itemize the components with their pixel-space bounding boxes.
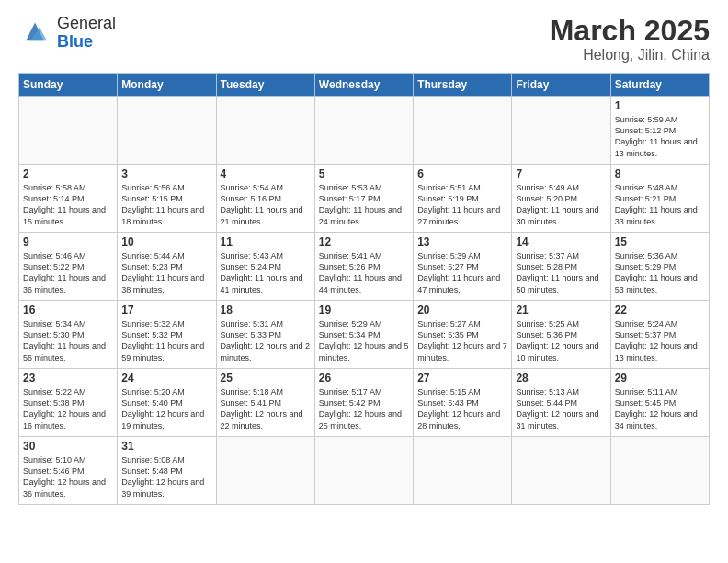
day-info: Sunrise: 5:51 AMSunset: 5:19 PMDaylight:… xyxy=(417,182,507,227)
table-row: 21Sunrise: 5:25 AMSunset: 5:36 PMDayligh… xyxy=(512,301,610,369)
table-row xyxy=(216,437,314,505)
day-info: Sunrise: 5:08 AMSunset: 5:48 PMDaylight:… xyxy=(121,454,211,500)
table-row xyxy=(610,437,709,505)
table-row: 9Sunrise: 5:46 AMSunset: 5:22 PMDaylight… xyxy=(19,233,118,301)
logo-blue: Blue xyxy=(57,32,93,51)
day-number: 12 xyxy=(319,236,409,248)
day-info: Sunrise: 5:17 AMSunset: 5:42 PMDaylight:… xyxy=(319,386,409,431)
calendar-table: Sunday Monday Tuesday Wednesday Thursday… xyxy=(18,73,710,505)
day-number: 11 xyxy=(221,236,311,248)
day-number: 5 xyxy=(319,167,409,180)
table-row: 18Sunrise: 5:31 AMSunset: 5:33 PMDayligh… xyxy=(216,301,314,369)
day-info: Sunrise: 5:34 AMSunset: 5:30 PMDaylight:… xyxy=(23,318,113,363)
day-number: 29 xyxy=(615,372,705,385)
day-number: 6 xyxy=(417,167,507,180)
calendar-header-row: Sunday Monday Tuesday Wednesday Thursday… xyxy=(19,74,710,97)
day-number: 25 xyxy=(221,372,311,385)
table-row: 25Sunrise: 5:18 AMSunset: 5:41 PMDayligh… xyxy=(216,369,314,437)
day-info: Sunrise: 5:37 AMSunset: 5:28 PMDaylight:… xyxy=(516,250,606,295)
header: General Blue March 2025 Helong, Jilin, C… xyxy=(18,15,710,63)
logo-general: General xyxy=(57,14,116,32)
generalblue-logo-icon xyxy=(18,17,51,50)
table-row xyxy=(314,97,413,165)
title-block: March 2025 Helong, Jilin, China xyxy=(550,15,710,63)
day-number: 27 xyxy=(417,372,507,385)
day-info: Sunrise: 5:29 AMSunset: 5:34 PMDaylight:… xyxy=(319,318,409,363)
day-info: Sunrise: 5:58 AMSunset: 5:14 PMDaylight:… xyxy=(23,182,113,227)
day-number: 1 xyxy=(615,99,705,112)
table-row: 16Sunrise: 5:34 AMSunset: 5:30 PMDayligh… xyxy=(19,301,118,369)
day-info: Sunrise: 5:25 AMSunset: 5:36 PMDaylight:… xyxy=(516,318,606,363)
calendar-title: March 2025 xyxy=(550,15,710,47)
table-row: 20Sunrise: 5:27 AMSunset: 5:35 PMDayligh… xyxy=(414,301,512,369)
day-info: Sunrise: 5:31 AMSunset: 5:33 PMDaylight:… xyxy=(221,318,311,363)
table-row: 26Sunrise: 5:17 AMSunset: 5:42 PMDayligh… xyxy=(314,369,413,437)
day-info: Sunrise: 5:10 AMSunset: 5:46 PMDaylight:… xyxy=(23,454,113,500)
table-row xyxy=(512,97,610,165)
logo: General Blue xyxy=(18,15,116,52)
table-row: 12Sunrise: 5:41 AMSunset: 5:26 PMDayligh… xyxy=(314,233,413,301)
table-row: 23Sunrise: 5:22 AMSunset: 5:38 PMDayligh… xyxy=(19,369,118,437)
table-row: 5Sunrise: 5:53 AMSunset: 5:17 PMDaylight… xyxy=(314,165,413,233)
day-number: 31 xyxy=(121,440,211,453)
table-row xyxy=(19,97,118,165)
day-info: Sunrise: 5:22 AMSunset: 5:38 PMDaylight:… xyxy=(23,386,113,431)
table-row: 7Sunrise: 5:49 AMSunset: 5:20 PMDaylight… xyxy=(512,165,610,233)
table-row xyxy=(216,97,314,165)
day-number: 4 xyxy=(221,167,311,180)
day-number: 20 xyxy=(417,304,507,316)
day-number: 2 xyxy=(23,167,113,180)
day-info: Sunrise: 5:24 AMSunset: 5:37 PMDaylight:… xyxy=(615,318,705,363)
table-row: 15Sunrise: 5:36 AMSunset: 5:29 PMDayligh… xyxy=(610,233,709,301)
day-number: 19 xyxy=(319,304,409,316)
table-row xyxy=(512,437,610,505)
day-number: 30 xyxy=(23,440,113,453)
header-saturday: Saturday xyxy=(610,74,709,97)
day-number: 13 xyxy=(417,236,507,248)
header-thursday: Thursday xyxy=(414,74,512,97)
day-info: Sunrise: 5:39 AMSunset: 5:27 PMDaylight:… xyxy=(417,250,507,295)
day-info: Sunrise: 5:13 AMSunset: 5:44 PMDaylight:… xyxy=(516,386,606,431)
day-info: Sunrise: 5:54 AMSunset: 5:16 PMDaylight:… xyxy=(221,182,311,227)
table-row: 27Sunrise: 5:15 AMSunset: 5:43 PMDayligh… xyxy=(414,369,512,437)
day-number: 3 xyxy=(121,167,211,180)
day-number: 8 xyxy=(615,167,705,180)
table-row xyxy=(414,97,512,165)
header-tuesday: Tuesday xyxy=(216,74,314,97)
day-info: Sunrise: 5:20 AMSunset: 5:40 PMDaylight:… xyxy=(121,386,211,431)
header-friday: Friday xyxy=(512,74,610,97)
table-row: 1Sunrise: 5:59 AMSunset: 5:12 PMDaylight… xyxy=(610,97,709,165)
header-monday: Monday xyxy=(118,74,216,97)
day-info: Sunrise: 5:46 AMSunset: 5:22 PMDaylight:… xyxy=(23,250,113,295)
page: General Blue March 2025 Helong, Jilin, C… xyxy=(0,0,728,563)
table-row: 8Sunrise: 5:48 AMSunset: 5:21 PMDaylight… xyxy=(610,165,709,233)
day-info: Sunrise: 5:43 AMSunset: 5:24 PMDaylight:… xyxy=(221,250,311,295)
day-number: 24 xyxy=(121,372,211,385)
day-number: 22 xyxy=(615,304,705,316)
day-number: 16 xyxy=(23,304,113,316)
header-sunday: Sunday xyxy=(19,74,118,97)
table-row: 28Sunrise: 5:13 AMSunset: 5:44 PMDayligh… xyxy=(512,369,610,437)
day-info: Sunrise: 5:41 AMSunset: 5:26 PMDaylight:… xyxy=(319,250,409,295)
day-info: Sunrise: 5:56 AMSunset: 5:15 PMDaylight:… xyxy=(121,182,211,227)
day-info: Sunrise: 5:53 AMSunset: 5:17 PMDaylight:… xyxy=(319,182,409,227)
header-wednesday: Wednesday xyxy=(314,74,413,97)
table-row: 13Sunrise: 5:39 AMSunset: 5:27 PMDayligh… xyxy=(414,233,512,301)
table-row xyxy=(314,437,413,505)
day-info: Sunrise: 5:27 AMSunset: 5:35 PMDaylight:… xyxy=(417,318,507,363)
table-row xyxy=(414,437,512,505)
table-row: 29Sunrise: 5:11 AMSunset: 5:45 PMDayligh… xyxy=(610,369,709,437)
table-row: 6Sunrise: 5:51 AMSunset: 5:19 PMDaylight… xyxy=(414,165,512,233)
day-number: 26 xyxy=(319,372,409,385)
day-number: 15 xyxy=(615,236,705,248)
table-row: 10Sunrise: 5:44 AMSunset: 5:23 PMDayligh… xyxy=(118,233,216,301)
table-row: 11Sunrise: 5:43 AMSunset: 5:24 PMDayligh… xyxy=(216,233,314,301)
table-row: 14Sunrise: 5:37 AMSunset: 5:28 PMDayligh… xyxy=(512,233,610,301)
day-info: Sunrise: 5:36 AMSunset: 5:29 PMDaylight:… xyxy=(615,250,705,295)
day-info: Sunrise: 5:18 AMSunset: 5:41 PMDaylight:… xyxy=(221,386,311,431)
table-row: 3Sunrise: 5:56 AMSunset: 5:15 PMDaylight… xyxy=(118,165,216,233)
day-number: 10 xyxy=(121,236,211,248)
table-row: 22Sunrise: 5:24 AMSunset: 5:37 PMDayligh… xyxy=(610,301,709,369)
day-info: Sunrise: 5:11 AMSunset: 5:45 PMDaylight:… xyxy=(615,386,705,431)
logo-text: General Blue xyxy=(57,15,116,52)
